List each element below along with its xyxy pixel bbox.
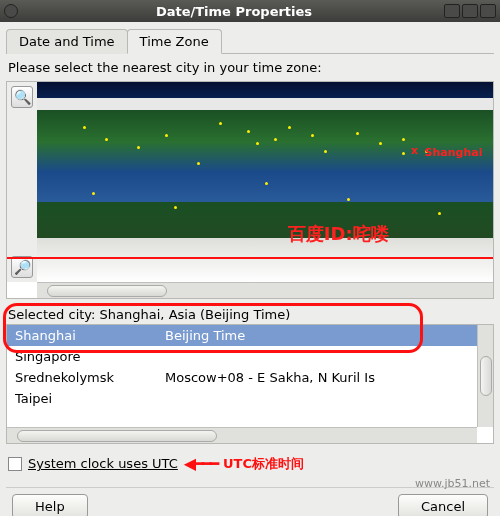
city-dots (37, 82, 493, 282)
utc-checkbox-label: System clock uses UTC (28, 456, 178, 471)
cancel-button[interactable]: Cancel (398, 494, 488, 516)
tab-bar: Date and Time Time Zone (6, 28, 494, 54)
selected-city-label: Selected city: Shanghai, Asia (Beijing T… (8, 307, 492, 322)
minimize-button[interactable] (444, 4, 460, 18)
city-tz: Moscow+08 - E Sakha, N Kuril Is (165, 370, 375, 385)
prompt-text: Please select the nearest city in your t… (8, 60, 494, 75)
tab-time-zone[interactable]: Time Zone (127, 29, 222, 54)
list-item[interactable]: SrednekolymskMoscow+08 - E Sakha, N Kuri… (7, 367, 477, 388)
city-tz: Beijing Time (165, 328, 245, 343)
tab-date-and-time[interactable]: Date and Time (6, 29, 128, 54)
close-button[interactable] (480, 4, 496, 18)
map-overlay-text: 百度ID:咤喽 (288, 222, 389, 246)
list-item[interactable]: Singapore (7, 346, 477, 367)
app-icon (4, 4, 18, 18)
city-name: Taipei (15, 391, 165, 406)
map-marker-x: x (411, 144, 418, 157)
zoom-out-button[interactable]: 🔎 (11, 256, 33, 278)
zoom-in-button[interactable]: 🔍 (11, 86, 33, 108)
world-map[interactable]: x Shanghai 百度ID:咤喽 (37, 82, 493, 282)
map-horizontal-scrollbar[interactable] (37, 282, 493, 298)
window-title: Date/Time Properties (24, 4, 444, 19)
list-item[interactable]: Taipei (7, 388, 477, 409)
city-name: Singapore (15, 349, 165, 364)
map-frame: 🔍 🔎 x Shanghai 百度ID:咤喽 (6, 81, 494, 299)
map-marker-label: Shanghai (425, 146, 483, 159)
watermark-text: www.jb51.net (415, 477, 490, 490)
annotation-line (7, 257, 493, 259)
city-name: Srednekolymsk (15, 370, 165, 385)
utc-checkbox[interactable] (8, 457, 22, 471)
list-horizontal-scrollbar[interactable] (7, 427, 477, 443)
city-name: Shanghai (15, 328, 165, 343)
help-button[interactable]: Help (12, 494, 88, 516)
utc-annotation: UTC标准时间 (223, 455, 304, 473)
city-listbox: ShanghaiBeijing TimeSingaporeSrednekolym… (6, 324, 494, 444)
annotation-arrow-icon: ◀━━━ (184, 454, 217, 473)
maximize-button[interactable] (462, 4, 478, 18)
list-item[interactable]: ShanghaiBeijing Time (7, 325, 477, 346)
list-vertical-scrollbar[interactable] (477, 325, 493, 427)
